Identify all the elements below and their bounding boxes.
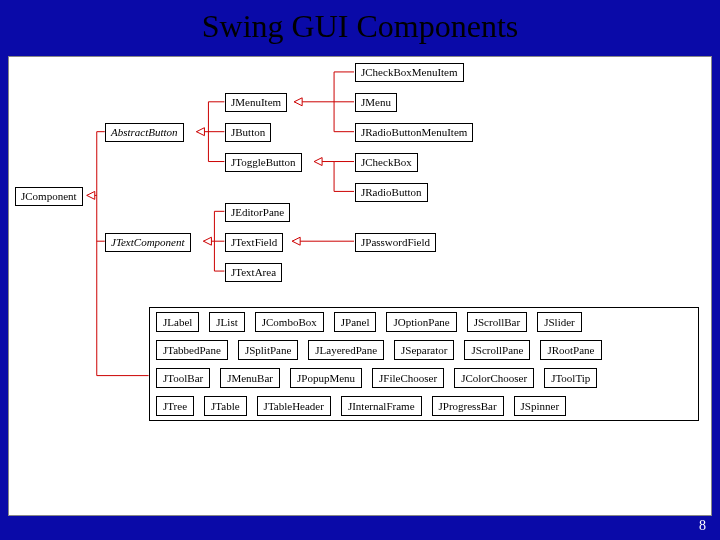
node-jcheckbox: JCheckBox [355,153,418,172]
node-abstractbutton: AbstractButton [105,123,184,142]
node-jradiobutton: JRadioButton [355,183,428,202]
grid-row: JTreeJTableJTableHeaderJInternalFrameJPr… [150,392,698,420]
diagram-canvas: JComponent AbstractButton JTextComponent… [8,56,712,516]
node-jmenu: JMenu [355,93,397,112]
slide-title: Swing GUI Components [0,0,720,49]
direct-subclass-grid: JLabelJListJComboBoxJPanelJOptionPaneJSc… [149,307,699,421]
node-jmenuitem: JMenuItem [225,93,287,112]
node-jtextfield: JTextField [225,233,283,252]
grid-item: JTabbedPane [156,340,228,360]
grid-item: JPanel [334,312,377,332]
node-jtextarea: JTextArea [225,263,282,282]
grid-item: JRootPane [540,340,601,360]
grid-item: JToolTip [544,368,597,388]
grid-item: JSpinner [514,396,567,416]
page-number: 8 [699,518,706,534]
grid-item: JScrollBar [467,312,527,332]
grid-item: JOptionPane [386,312,456,332]
grid-item: JTable [204,396,247,416]
grid-item: JTableHeader [257,396,331,416]
grid-item: JPopupMenu [290,368,362,388]
grid-item: JTree [156,396,194,416]
grid-item: JSlider [537,312,582,332]
node-jcheckboxmenuitem: JCheckBoxMenuItem [355,63,464,82]
node-jtogglebutton: JToggleButton [225,153,302,172]
node-jradiobuttonmenuitem: JRadioButtonMenuItem [355,123,473,142]
grid-item: JSeparator [394,340,454,360]
grid-item: JFileChooser [372,368,444,388]
grid-item: JLayeredPane [308,340,384,360]
grid-row: JToolBarJMenuBarJPopupMenuJFileChooserJC… [150,364,698,392]
grid-item: JColorChooser [454,368,534,388]
grid-item: JInternalFrame [341,396,422,416]
grid-row: JTabbedPaneJSplitPaneJLayeredPaneJSepara… [150,336,698,364]
grid-item: JToolBar [156,368,210,388]
grid-item: JSplitPane [238,340,298,360]
grid-item: JLabel [156,312,199,332]
node-jeditorpane: JEditorPane [225,203,290,222]
grid-item: JList [209,312,244,332]
node-jtextcomponent: JTextComponent [105,233,191,252]
grid-item: JProgressBar [432,396,504,416]
node-jbutton: JButton [225,123,271,142]
node-jcomponent: JComponent [15,187,83,206]
grid-item: JMenuBar [220,368,280,388]
grid-row: JLabelJListJComboBoxJPanelJOptionPaneJSc… [150,308,698,336]
grid-item: JComboBox [255,312,324,332]
node-jpasswordfield: JPasswordField [355,233,436,252]
grid-item: JScrollPane [464,340,530,360]
